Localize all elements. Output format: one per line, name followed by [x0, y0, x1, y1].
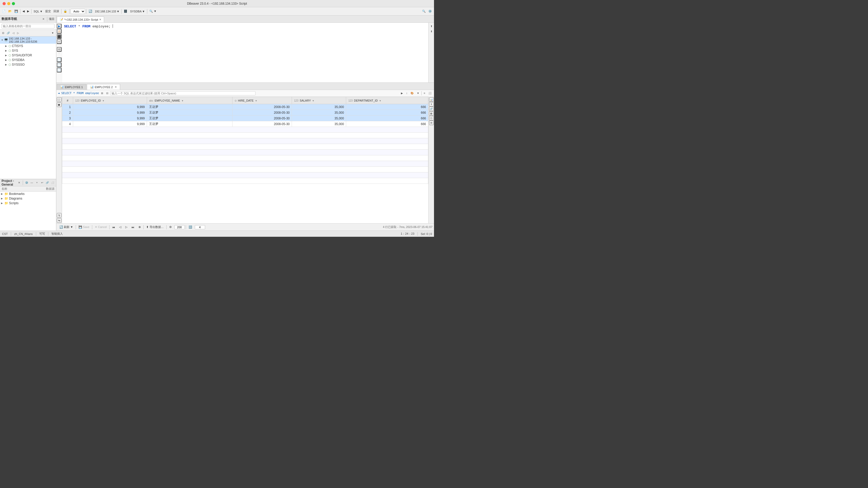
result-filter-input[interactable] — [110, 91, 255, 95]
db-tree[interactable]: ▼ 🖥️ 192.168.134.133 - 192.168.134.133:5… — [0, 36, 56, 179]
row-count-btn[interactable]: 🔢 — [187, 225, 194, 229]
table-row[interactable]: 2 9,999 王达梦 2008-05-30 35,000 666 — [62, 110, 428, 116]
schema-sys[interactable]: ▶ ⬡ SYS — [4, 48, 56, 53]
employee2-tab[interactable]: 📊 EMPLOYEE 2 ✕ — [87, 84, 120, 90]
close-button[interactable] — [3, 2, 6, 5]
collapse-all-btn[interactable]: ⊟ — [1, 31, 5, 35]
rollback-button[interactable]: 回滚 — [53, 9, 60, 14]
save-results-btn[interactable]: 💾 Save — [77, 225, 91, 229]
schema-sysdba[interactable]: ▶ ⬡ SYSDBA — [4, 58, 56, 62]
row-expand-btn[interactable]: ⇅ — [57, 213, 61, 218]
col-employee-id[interactable]: 123 EMPLOYEE_ID ▼ — [73, 97, 147, 104]
nav-first-btn[interactable]: ⏮ — [111, 225, 117, 229]
salary-sort[interactable]: ▼ — [312, 99, 314, 102]
project-link-btn[interactable]: 🔗 — [45, 181, 49, 185]
row-count-input[interactable] — [195, 225, 205, 229]
schema-sysauditor[interactable]: ▶ ⬡ SYSAUDITOR — [4, 53, 56, 58]
col-employee-name[interactable]: abc EMPLOYEE_NAME ▼ — [147, 97, 232, 104]
rt-expand-btn[interactable]: ⬜ — [427, 91, 432, 95]
col-meta-btn[interactable]: ℹ — [429, 102, 434, 107]
employee-id-sort[interactable]: ▼ — [102, 99, 104, 102]
col-ref-btn[interactable]: 🔗 — [429, 107, 434, 111]
connection-item[interactable]: ▼ 🖥️ 192.168.134.133 - 192.168.134.133:5… — [0, 36, 56, 44]
schema-dropdown[interactable]: SYSDBA ▼ — [129, 9, 146, 13]
close-project-btn[interactable]: ✕ — [17, 181, 21, 185]
row-collapse-btn[interactable]: ⇆ — [57, 218, 61, 223]
diagrams-item[interactable]: ▶ 📁 Diagrams — [0, 196, 56, 201]
table-scroll[interactable]: # 123 EMPLOYEE_ID ▼ abc EMPLOYEE_NAME — [62, 97, 428, 223]
close-nav-btn[interactable]: ✕ — [41, 17, 45, 21]
db-icon-btn[interactable]: 🗄️ — [123, 9, 128, 13]
format-btn[interactable]: ≡ — [57, 39, 61, 44]
forward-btn[interactable]: ▶ — [26, 9, 30, 13]
col-panel-btn[interactable]: ▦ — [429, 111, 434, 116]
refresh-conn-btn[interactable]: 🔄 — [88, 9, 93, 13]
scripts-item[interactable]: ▶ 📁 Scripts — [0, 201, 56, 205]
schema-ctisys[interactable]: ▶ ⬡ CTISYS — [4, 44, 56, 48]
script-tab-close[interactable]: ✕ — [99, 18, 101, 21]
cancel-results-btn[interactable]: ✕ Cancel — [93, 225, 108, 229]
filter-btn[interactable]: ▼ — [51, 31, 55, 35]
page-size-input[interactable] — [175, 225, 185, 229]
sort-btn[interactable]: ↕ — [405, 91, 408, 95]
result-settings-btn[interactable]: ⚙ — [168, 225, 173, 229]
table-row[interactable]: 1 9,999 王达梦 2008-05-30 35,000 666 — [62, 104, 428, 110]
project-add-btn[interactable]: + — [35, 181, 39, 185]
script-btn2[interactable]: 📄 — [57, 62, 61, 67]
refresh-btn[interactable]: 🔄 刷新 ▼ — [58, 225, 75, 229]
expand-editor-btn[interactable]: ⬆ — [429, 24, 434, 28]
rt-more-btn[interactable]: ≡ — [423, 91, 426, 95]
expand-sql-btn[interactable]: ⊞ — [100, 91, 104, 95]
export-btn[interactable]: ⬆ 导出数据… — [145, 225, 165, 229]
search-global-btn[interactable]: 🔍 ▼ — [148, 9, 158, 13]
hire-date-sort[interactable]: ▼ — [255, 99, 257, 102]
sql-button[interactable]: SQL ▼ — [33, 9, 44, 13]
row-nav-up[interactable]: ⬡ — [57, 97, 61, 102]
project-settings-btn[interactable]: ⚙️ — [25, 181, 29, 185]
col-extra-btn[interactable]: ⊞ — [429, 120, 434, 125]
nav-more-btn[interactable]: ⊕ — [137, 225, 142, 229]
new-btn[interactable]: 📄 — [1, 9, 7, 13]
result-filter-btn2[interactable]: ▼ — [416, 91, 420, 95]
employee1-tab[interactable]: 📊 EMPLOYEE 1 — [57, 84, 86, 90]
script-btn3[interactable]: 📄 — [57, 68, 61, 73]
col-dept-id[interactable]: 123 DEPARTMENT_ID ▼ — [346, 97, 428, 104]
table-row[interactable]: 4 9,999 王达梦 2008-05-30 35,000 666 — [62, 121, 428, 127]
nav-search-input[interactable] — [2, 24, 55, 28]
schema-syssso[interactable]: ▶ ⬡ SYSSSO — [4, 62, 56, 67]
script-btn1[interactable]: 📄 — [57, 57, 61, 62]
open-btn[interactable]: 📂 — [7, 9, 13, 13]
editor-settings-btn[interactable]: ⚙ — [57, 47, 61, 52]
col-stats-btn[interactable]: 📊 — [429, 97, 434, 102]
run-warning-btn[interactable]: ⚠ — [57, 29, 61, 34]
back-btn[interactable]: ◀ — [22, 9, 26, 13]
editor-content[interactable]: SELECT * FROM employee; — [62, 23, 428, 82]
settings-btn[interactable]: ⚙️ — [427, 9, 433, 13]
auto-dropdown[interactable]: Auto — [70, 9, 85, 14]
employee2-tab-close[interactable]: ✕ — [115, 86, 117, 88]
col-hire-date[interactable]: ⊙ HIRE_DATE ▼ — [232, 97, 292, 104]
nav-back-btn[interactable]: ◁ — [11, 31, 16, 35]
window-controls[interactable] — [3, 2, 15, 5]
employee-name-sort[interactable]: ▼ — [181, 99, 184, 102]
search-btn[interactable]: 🔍 — [421, 9, 427, 13]
project-maximize-btn[interactable]: ⬜ — [51, 181, 55, 185]
connection-dropdown[interactable]: 192.168.134.133 ▼ — [94, 9, 120, 13]
minimize-button[interactable] — [7, 2, 10, 5]
auto-commit-btn[interactable]: 🔒 — [63, 9, 68, 13]
save-btn[interactable]: 💾 — [13, 9, 19, 13]
maximize-button[interactable] — [12, 2, 15, 5]
table-row[interactable]: 3 9,999 王达梦 2008-05-30 35,000 666 — [62, 116, 428, 121]
col-ref2-btn[interactable]: ◫ — [429, 116, 434, 120]
bookmarks-item[interactable]: ▶ 📁 Bookmarks — [0, 192, 56, 196]
row-nav-dn[interactable]: ⬢ — [57, 103, 61, 107]
nav-forward-btn[interactable]: ▷ — [16, 31, 20, 35]
project-tree[interactable]: ▶ 📁 Bookmarks ▶ 📁 Diagrams ▶ 📁 Scripts — [0, 192, 56, 231]
nav-prev-btn[interactable]: ◁ — [118, 225, 123, 229]
link-btn[interactable]: 🔗 — [6, 31, 11, 35]
submit-button[interactable]: 提交 — [44, 9, 52, 14]
project-collapse-btn[interactable]: — — [30, 181, 34, 185]
stop-btn[interactable]: ⬛ — [57, 34, 61, 39]
run-filter-btn[interactable]: ▶ — [400, 91, 404, 95]
col-salary[interactable]: 123 SALARY ▼ — [292, 97, 346, 104]
